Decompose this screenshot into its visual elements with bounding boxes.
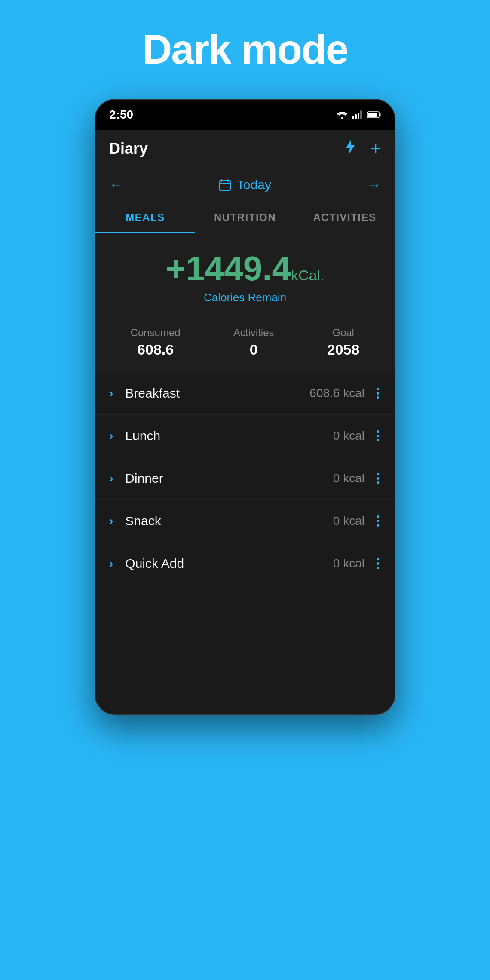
dinner-kcal: 0 kcal: [333, 472, 364, 485]
tab-nutrition[interactable]: NUTRITION: [195, 202, 295, 233]
activities-label: Activities: [233, 327, 274, 339]
app-bar: Diary +: [95, 130, 395, 168]
quickadd-chevron: ›: [109, 557, 113, 570]
status-bar: 2:50: [95, 100, 395, 130]
snack-menu-button[interactable]: [375, 514, 381, 528]
prev-date-button[interactable]: ←: [109, 177, 123, 193]
calendar-icon: [219, 179, 231, 191]
tab-meals[interactable]: MEALS: [95, 202, 195, 233]
status-icons: [336, 110, 381, 119]
consumed-label: Consumed: [131, 327, 181, 339]
snack-chevron: ›: [109, 514, 113, 528]
svg-rect-10: [227, 179, 229, 182]
meal-row-dinner[interactable]: › Dinner 0 kcal: [95, 457, 395, 500]
app-bar-actions: +: [343, 138, 381, 159]
date-nav: ← Today →: [95, 168, 395, 202]
app-bar-title: Diary: [109, 140, 148, 158]
goal-value: 2058: [327, 341, 360, 358]
bottom-area: [95, 585, 395, 714]
date-label: Today: [237, 178, 271, 192]
meal-row-quickadd[interactable]: › Quick Add 0 kcal: [95, 542, 395, 585]
svg-marker-7: [346, 139, 355, 155]
consumed-value: 608.6: [131, 341, 181, 358]
lunch-menu-button[interactable]: [375, 429, 381, 443]
dinner-chevron: ›: [109, 472, 113, 485]
svg-rect-9: [221, 179, 222, 182]
lunch-chevron: ›: [109, 429, 113, 443]
breakfast-menu-button[interactable]: [375, 386, 381, 401]
next-date-button[interactable]: →: [367, 177, 381, 193]
stat-activities: Activities 0: [233, 327, 274, 358]
svg-rect-2: [358, 113, 359, 119]
calories-remain-label: Calories Remain: [104, 291, 386, 304]
status-time: 2:50: [109, 108, 133, 122]
tab-activities[interactable]: ACTIVITIES: [295, 202, 395, 233]
signal-icon: [352, 110, 363, 119]
lunch-kcal: 0 kcal: [333, 429, 364, 443]
lightning-button[interactable]: [343, 139, 356, 158]
lunch-name: Lunch: [125, 429, 333, 443]
date-display: Today: [219, 178, 271, 192]
meal-row-breakfast[interactable]: › Breakfast 608.6 kcal: [95, 372, 395, 415]
breakfast-kcal: 608.6 kcal: [309, 386, 364, 400]
meal-row-snack[interactable]: › Snack 0 kcal: [95, 500, 395, 542]
tabs-bar: MEALS NUTRITION ACTIVITIES: [95, 202, 395, 233]
stat-goal: Goal 2058: [327, 327, 360, 358]
dinner-menu-button[interactable]: [375, 471, 381, 486]
snack-name: Snack: [125, 514, 333, 528]
svg-rect-3: [360, 110, 362, 119]
svg-rect-8: [219, 181, 230, 190]
breakfast-chevron: ›: [109, 386, 113, 400]
meal-row-lunch[interactable]: › Lunch 0 kcal: [95, 415, 395, 457]
activities-value: 0: [233, 341, 274, 358]
snack-kcal: 0 kcal: [333, 514, 364, 528]
quickadd-name: Quick Add: [125, 556, 333, 571]
stats-row: Consumed 608.6 Activities 0 Goal 2058: [95, 316, 395, 372]
dinner-name: Dinner: [125, 471, 333, 486]
battery-icon: [367, 111, 381, 119]
add-button[interactable]: +: [370, 138, 381, 159]
kcal-unit: kCal.: [291, 267, 324, 283]
svg-rect-1: [355, 114, 357, 119]
wifi-icon: [336, 110, 348, 119]
calories-remain-value: +1449.4kCal.: [104, 249, 386, 288]
quickadd-menu-button[interactable]: [375, 556, 381, 571]
goal-label: Goal: [327, 327, 360, 339]
phone-mockup: 2:50 Diary: [95, 99, 395, 715]
lightning-icon: [343, 139, 356, 155]
stat-consumed: Consumed 608.6: [131, 327, 181, 358]
meals-list: › Breakfast 608.6 kcal › Lunch 0 kcal › …: [95, 372, 395, 585]
calories-section: +1449.4kCal. Calories Remain: [95, 233, 395, 316]
breakfast-name: Breakfast: [125, 386, 309, 401]
svg-rect-5: [380, 113, 381, 116]
page-title: Dark mode: [0, 0, 490, 99]
svg-rect-6: [368, 113, 377, 117]
quickadd-kcal: 0 kcal: [333, 557, 364, 570]
svg-rect-0: [352, 116, 354, 119]
